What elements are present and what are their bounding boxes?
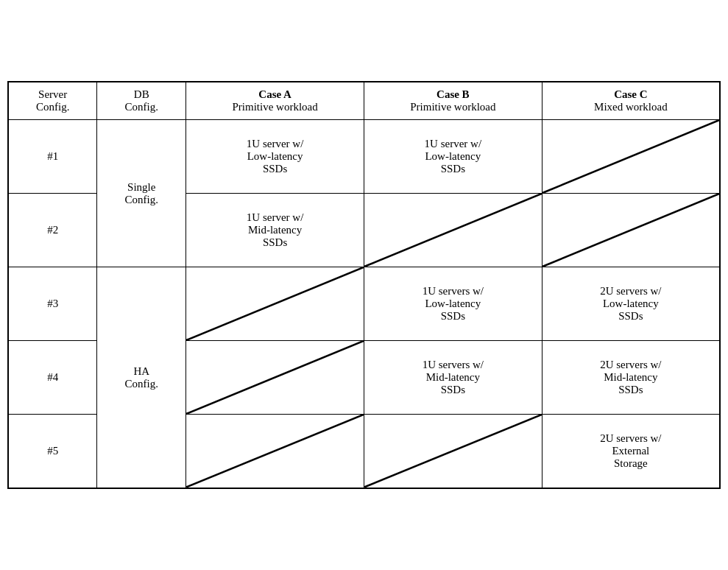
table-row: #3HA Config.1U servers w/ Low-latency SS… <box>8 267 720 341</box>
svg-line-5 <box>186 415 364 488</box>
db-config-cell: Single Config. <box>97 120 186 267</box>
main-table: Server Config. DB Config. Case A Primiti… <box>7 81 721 489</box>
table-container: Server Config. DB Config. Case A Primiti… <box>0 74 728 496</box>
diagonal-cell <box>186 267 364 341</box>
svg-line-3 <box>186 267 364 340</box>
diagonal-cell <box>364 194 542 267</box>
table-cell: 2U servers w/ Low-latency SSDs <box>542 267 720 341</box>
case-c-title: Case C <box>614 88 647 100</box>
server-config-cell: #5 <box>8 415 97 488</box>
table-cell: 1U server w/ Low-latency SSDs <box>186 120 364 194</box>
svg-line-4 <box>186 341 364 414</box>
svg-line-0 <box>543 120 719 193</box>
header-server: Server Config. <box>8 82 97 120</box>
diagonal-cell <box>364 415 542 488</box>
table-cell: 1U server w/ Mid-latency SSDs <box>186 194 364 267</box>
table-cell: 2U servers w/ External Storage <box>542 415 720 488</box>
server-config-cell: #2 <box>8 194 97 267</box>
svg-line-2 <box>543 194 719 267</box>
header-case-a: Case A Primitive workload <box>186 82 364 120</box>
table-cell: 1U servers w/ Mid-latency SSDs <box>364 341 542 415</box>
svg-line-6 <box>364 415 542 488</box>
header-case-c: Case C Mixed workload <box>542 82 720 120</box>
server-config-cell: #3 <box>8 267 97 341</box>
diagonal-cell <box>186 341 364 415</box>
db-config-header-label: DB Config. <box>125 88 158 113</box>
table-cell: 1U servers w/ Low-latency SSDs <box>364 267 542 341</box>
header-db: DB Config. <box>97 82 186 120</box>
case-b-title: Case B <box>437 88 470 100</box>
db-config-cell: HA Config. <box>97 267 186 488</box>
table-row: #1Single Config.1U server w/ Low-latency… <box>8 120 720 194</box>
case-a-subtitle: Primitive workload <box>232 101 317 113</box>
diagonal-cell <box>542 194 720 267</box>
case-c-subtitle: Mixed workload <box>594 101 668 113</box>
case-b-subtitle: Primitive workload <box>410 101 495 113</box>
case-a-title: Case A <box>258 88 291 100</box>
svg-line-1 <box>364 194 542 267</box>
server-config-cell: #4 <box>8 341 97 415</box>
server-config-cell: #1 <box>8 120 97 194</box>
diagonal-cell <box>542 120 720 194</box>
diagonal-cell <box>186 415 364 488</box>
server-config-header-label: Server Config. <box>36 88 69 113</box>
table-cell: 2U servers w/ Mid-latency SSDs <box>542 341 720 415</box>
header-case-b: Case B Primitive workload <box>364 82 542 120</box>
table-cell: 1U server w/ Low-latency SSDs <box>364 120 542 194</box>
